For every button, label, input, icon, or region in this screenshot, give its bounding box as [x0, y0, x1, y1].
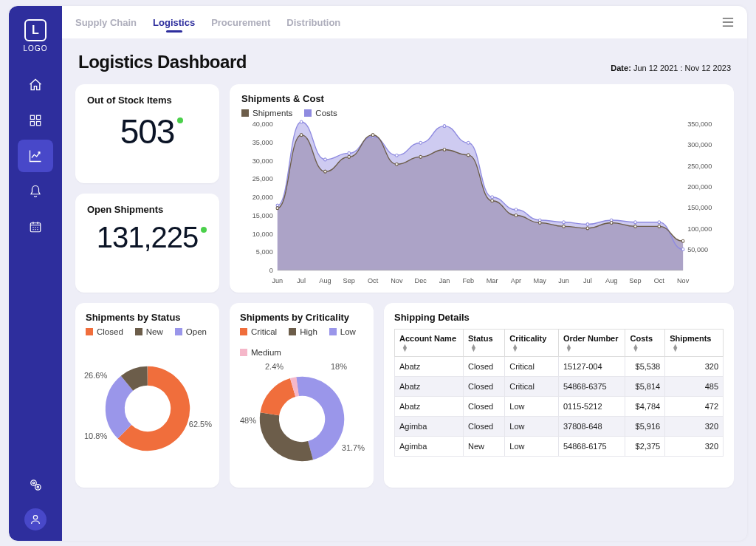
svg-rect-0: [30, 115, 34, 119]
col-header[interactable]: Order Number▲▼: [558, 330, 625, 357]
svg-text:Dec: Dec: [415, 276, 427, 284]
tab-supply-chain[interactable]: Supply Chain: [75, 7, 137, 38]
main: Supply Chain Logistics Procurement Distr…: [62, 6, 747, 541]
nav-settings[interactable]: [18, 468, 53, 501]
svg-text:Aug: Aug: [319, 276, 331, 284]
nav-apps[interactable]: [18, 104, 53, 137]
table-row[interactable]: AbatzClosedCritical15127-004$5,538320: [395, 357, 724, 377]
svg-point-44: [276, 207, 279, 210]
svg-point-49: [396, 163, 399, 165]
col-header[interactable]: Status▲▼: [463, 330, 504, 357]
svg-text:Sep: Sep: [343, 276, 355, 284]
shipping-table: Account Name▲▼Status▲▼Criticality▲▼Order…: [394, 329, 724, 457]
svg-point-9: [33, 516, 37, 519]
swatch-icon: [135, 328, 142, 335]
menu-button[interactable]: [722, 17, 734, 27]
table-row[interactable]: AbatzClosedLow0115-5212$4,784472: [395, 397, 724, 417]
svg-point-36: [515, 208, 518, 211]
col-header[interactable]: Costs▲▼: [625, 330, 665, 357]
svg-text:Oct: Oct: [368, 276, 379, 284]
svg-point-32: [419, 141, 422, 144]
svg-point-61: [681, 239, 684, 242]
svg-text:Sep: Sep: [629, 276, 641, 284]
swatch-icon: [175, 328, 182, 335]
legend: Critical High Low Medium: [240, 327, 363, 357]
svg-text:30,000: 30,000: [252, 156, 273, 164]
col-header[interactable]: Criticality▲▼: [505, 330, 559, 357]
nav-calendar[interactable]: [18, 211, 53, 243]
svg-point-46: [324, 170, 327, 173]
nav-notifications[interactable]: [18, 175, 53, 208]
svg-text:Jul: Jul: [297, 276, 306, 284]
card-title: Shipments by Status: [86, 312, 209, 323]
kpi-value: 131,225: [97, 221, 199, 254]
user-avatar[interactable]: [24, 508, 47, 530]
svg-text:Mar: Mar: [487, 276, 499, 284]
svg-point-59: [634, 225, 637, 228]
logo-icon: L: [24, 19, 47, 41]
svg-point-48: [371, 134, 374, 137]
svg-point-42: [658, 221, 661, 224]
tab-distribution[interactable]: Distribution: [286, 7, 340, 38]
svg-point-41: [634, 221, 637, 224]
svg-text:350,000: 350,000: [687, 120, 712, 128]
svg-point-31: [396, 154, 399, 157]
svg-text:10,000: 10,000: [252, 229, 273, 237]
svg-point-35: [491, 196, 494, 199]
calendar-icon: [29, 220, 42, 233]
svg-point-27: [300, 120, 303, 123]
svg-text:Nov: Nov: [677, 276, 689, 284]
svg-point-39: [586, 223, 589, 226]
kpi-label: Open Shipments: [87, 204, 207, 215]
menu-icon: [722, 17, 734, 27]
table-row[interactable]: AbatzClosedCritical54868-6375$5,814485: [395, 377, 724, 397]
svg-point-29: [348, 151, 351, 154]
svg-point-28: [324, 158, 327, 161]
card-shipments-criticality: Shipments by Criticality Critical High L…: [230, 303, 374, 488]
svg-rect-1: [37, 115, 41, 119]
legend: Closed New Open: [86, 327, 209, 336]
donut-chart: [254, 371, 350, 467]
svg-point-52: [467, 154, 470, 157]
swatch-icon: [304, 109, 312, 117]
svg-point-8: [37, 486, 39, 488]
svg-text:250,000: 250,000: [687, 161, 712, 169]
tabs: Supply Chain Logistics Procurement Distr…: [75, 7, 340, 38]
svg-point-53: [491, 199, 494, 202]
card-title: Shipping Details: [394, 312, 724, 323]
tab-logistics[interactable]: Logistics: [153, 7, 195, 38]
svg-point-5: [31, 480, 37, 486]
svg-text:40,000: 40,000: [252, 120, 273, 128]
logo-text: LOGO: [24, 44, 48, 52]
svg-text:35,000: 35,000: [252, 138, 273, 146]
bell-icon: [29, 185, 42, 198]
table-row[interactable]: AgimbaNewLow54868-6175$2,375320: [395, 437, 724, 457]
svg-text:Nov: Nov: [391, 276, 402, 284]
svg-point-33: [443, 125, 446, 128]
svg-text:5,000: 5,000: [256, 248, 273, 256]
logo: L LOGO: [24, 19, 48, 52]
svg-text:25,000: 25,000: [252, 174, 273, 182]
area-chart: 05,00010,00015,00020,00025,00030,00035,0…: [241, 117, 722, 288]
svg-text:100,000: 100,000: [687, 224, 712, 232]
tab-procurement[interactable]: Procurement: [211, 7, 270, 38]
svg-point-43: [681, 248, 684, 251]
svg-text:0: 0: [269, 266, 273, 274]
svg-text:Jun: Jun: [272, 276, 283, 284]
legend: Shipments Costs: [241, 109, 722, 117]
svg-text:Aug: Aug: [605, 276, 617, 284]
svg-point-45: [300, 134, 303, 137]
table-row[interactable]: AgimbaClosedLow37808-648$5,916320: [395, 417, 724, 437]
col-header[interactable]: Shipments▲▼: [665, 330, 724, 357]
svg-text:Jan: Jan: [439, 276, 450, 284]
nav-home[interactable]: [18, 69, 53, 101]
nav-analytics[interactable]: [18, 140, 53, 172]
donut-chart: [100, 361, 196, 457]
gear-icon: [28, 477, 43, 492]
user-icon: [30, 513, 41, 525]
svg-point-6: [32, 482, 35, 484]
svg-text:200,000: 200,000: [687, 182, 712, 191]
grid-icon: [29, 114, 42, 127]
topbar: Supply Chain Logistics Procurement Distr…: [62, 6, 747, 38]
col-header[interactable]: Account Name▲▼: [395, 330, 464, 357]
